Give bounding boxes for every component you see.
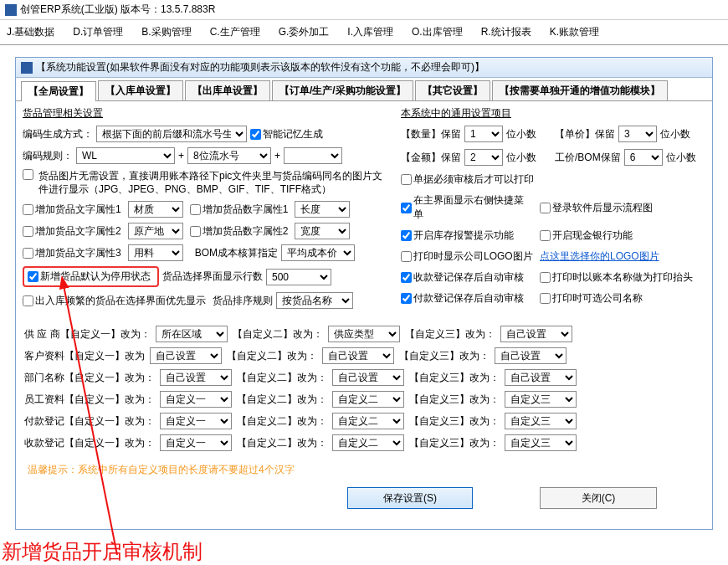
supplier-def1[interactable]: 所在区域 [156, 326, 228, 342]
title-text: 创管ERP系统(工业版) 版本号：13.5.7.883R [20, 3, 215, 17]
pic-note-check[interactable] [23, 169, 33, 180]
qty-label: 【数量】保留 [401, 127, 461, 141]
stock-alert-check[interactable]: 开启库存报警提示功能 [401, 229, 533, 243]
print-header-check[interactable]: 打印时以账本名称做为打印抬头 [540, 270, 693, 285]
cust-def2[interactable]: 自己设置 [322, 347, 394, 364]
amt-label: 【金额】保留 [401, 151, 461, 165]
tab-outbound[interactable]: 【出库单设置】 [185, 80, 270, 100]
recv-def1[interactable]: 自定义一 [160, 434, 232, 451]
dept-def1[interactable]: 自己设置 [160, 369, 232, 386]
left-section-title: 货品管理相关设置 [23, 106, 389, 121]
cust-def1[interactable]: 自己设置 [150, 347, 222, 364]
sort-label: 货品排序规则 [213, 294, 273, 308]
cust-def3[interactable]: 自己设置 [495, 347, 567, 364]
settings-window-title: 【系统功能设置(如果软件界面没有对应的功能项则表示该版本的软件没有这个功能，不必… [16, 58, 712, 78]
text-attr3-select[interactable]: 用料 [128, 244, 183, 261]
rule-label: 编码规则： [23, 149, 73, 163]
annotation: 新增货品开启审核机制 [0, 530, 728, 565]
show-flowchart-check[interactable]: 登录软件后显示流程图 [540, 201, 653, 215]
logo-link[interactable]: 点这里选择你的LOGO图片 [540, 249, 659, 264]
tab-inbound[interactable]: 【入库单设置】 [98, 80, 183, 100]
qty-dec-select[interactable]: 1 [464, 126, 503, 142]
text-attr2-select[interactable]: 原产地 [128, 223, 183, 239]
supplier-def2[interactable]: 供应类型 [328, 326, 400, 342]
dept-def2[interactable]: 自己设置 [332, 369, 404, 386]
menu-item[interactable]: J.基础数据 [7, 25, 54, 39]
pay-def1[interactable]: 自定义一 [160, 413, 232, 429]
tabstrip: 【全局设置】 【入库单设置】 【出库单设置】 【订单/生产/采购功能设置】 【其… [16, 78, 712, 101]
settings-window: 【系统功能设置(如果软件界面没有对应的功能项则表示该版本的软件没有这个功能，不必… [15, 57, 713, 530]
bom-label: BOM成本核算指定 [195, 246, 278, 260]
num-attr1-check[interactable]: 增加货品数字属性1 [190, 203, 289, 217]
dept-def3[interactable]: 自己设置 [505, 369, 577, 386]
menu-item[interactable]: I.入库管理 [347, 25, 393, 39]
hint-text: 温馨提示：系统中所有自定义项目的长度请不要超过4个汉字 [28, 463, 705, 477]
sort-select[interactable]: 按货品名称 [276, 292, 353, 309]
price-dec-select[interactable]: 3 [618, 126, 657, 142]
text-attr1-check[interactable]: 增加货品文字属性1 [23, 203, 121, 217]
rule-serial-select[interactable]: 8位流水号 [187, 147, 271, 164]
menu-item[interactable]: G.委外加工 [279, 25, 330, 39]
bom-keep-select[interactable]: 6 [624, 149, 663, 166]
menu-item[interactable]: C.生产管理 [210, 25, 260, 39]
emp-def2[interactable]: 自定义二 [332, 391, 404, 408]
menu-item[interactable]: O.出库管理 [412, 25, 463, 39]
custom-definitions: 供 应 商【自定义一】改为： 所在区域 【自定义二】改为： 供应类型 【自定义三… [24, 326, 704, 451]
encode-label: 编码生成方式： [23, 127, 93, 141]
num-attr2-check[interactable]: 增加货品数字属性2 [190, 224, 289, 239]
tab-global[interactable]: 【全局设置】 [21, 81, 96, 101]
rule-suffix-select[interactable] [284, 147, 342, 164]
supplier-def3[interactable]: 自己设置 [500, 326, 572, 342]
cash-bank-check[interactable]: 开启现金银行功能 [540, 229, 633, 243]
window-icon [21, 62, 33, 74]
menu-item[interactable]: K.账款管理 [550, 25, 599, 39]
num-attr2-select[interactable]: 宽度 [295, 223, 350, 239]
smart-memory-check[interactable]: 智能记忆生成 [250, 127, 323, 141]
menubar: J.基础数据 D.订单管理 B.采购管理 C.生产管理 G.委外加工 I.入库管… [0, 20, 728, 45]
recv-auto-audit-check[interactable]: 收款登记保存后自动审核 [401, 270, 533, 285]
rule-prefix-select[interactable]: WL [76, 147, 175, 164]
close-button[interactable]: 关闭(C) [540, 487, 657, 509]
emp-def3[interactable]: 自定义三 [505, 391, 577, 408]
text-attr2-check[interactable]: 增加货品文字属性2 [23, 224, 121, 239]
tab-order[interactable]: 【订单/生产/采购功能设置】 [272, 80, 413, 100]
highlight-box: 新增货品默认为停用状态 [23, 266, 159, 287]
tab-addon[interactable]: 【按需要单独开通的增值功能模块】 [492, 80, 668, 100]
bom-keep-label: 工价/BOM保留 [555, 151, 621, 165]
menu-item[interactable]: R.统计报表 [481, 25, 531, 39]
num-attr1-select[interactable]: 长度 [295, 201, 350, 218]
print-logo-check[interactable]: 打印时显示公司LOGO图片 [401, 249, 533, 264]
menu-item[interactable]: D.订单管理 [73, 25, 123, 39]
sel-rows-label: 货品选择界面显示行数 [162, 270, 263, 284]
recv-def2[interactable]: 自定义二 [332, 434, 404, 451]
save-button[interactable]: 保存设置(S) [347, 487, 473, 509]
price-label: 【单价】保留 [555, 127, 615, 141]
pay-def3[interactable]: 自定义三 [505, 413, 577, 429]
audit-print-check[interactable]: 单据必须审核后才可以打印 [401, 172, 534, 187]
titlebar: 创管ERP系统(工业版) 版本号：13.5.7.883R [0, 0, 728, 20]
annotation-text: 新增货品开启审核机制 [2, 538, 203, 565]
text-attr1-select[interactable]: 材质 [128, 201, 183, 218]
new-disable-check[interactable]: 新增货品默认为停用状态 [28, 270, 151, 284]
amt-dec-select[interactable]: 2 [464, 149, 503, 166]
app-icon [5, 4, 17, 16]
bom-cost-select[interactable]: 平均成本价 [281, 244, 355, 261]
pay-def2[interactable]: 自定义二 [332, 413, 404, 429]
tab-other[interactable]: 【其它设置】 [415, 80, 490, 100]
recv-def3[interactable]: 自定义三 [505, 434, 577, 451]
text-attr3-check[interactable]: 增加货品文字属性3 [23, 246, 121, 260]
encode-mode-select[interactable]: 根据下面的前后缀和流水号生成编码 [96, 126, 247, 142]
pic-note-text: 货品图片无需设置，直接调用账本路径下pic文件夹里与货品编码同名的图片文件进行显… [38, 169, 389, 196]
freq-priority-check[interactable]: 出入库频繁的货品在选择界面优先显示 [23, 294, 206, 308]
sel-rows-select[interactable]: 500 [266, 269, 331, 285]
pay-auto-audit-check[interactable]: 付款登记保存后自动审核 [401, 291, 533, 306]
right-section-title: 本系统中的通用设置项目 [401, 106, 705, 121]
menu-item[interactable]: B.采购管理 [141, 25, 191, 39]
emp-def1[interactable]: 自定义一 [160, 391, 232, 408]
show-quick-menu-check[interactable]: 在主界面显示右侧快捷菜单 [401, 193, 533, 222]
print-company-check[interactable]: 打印时可选公司名称 [540, 291, 643, 306]
